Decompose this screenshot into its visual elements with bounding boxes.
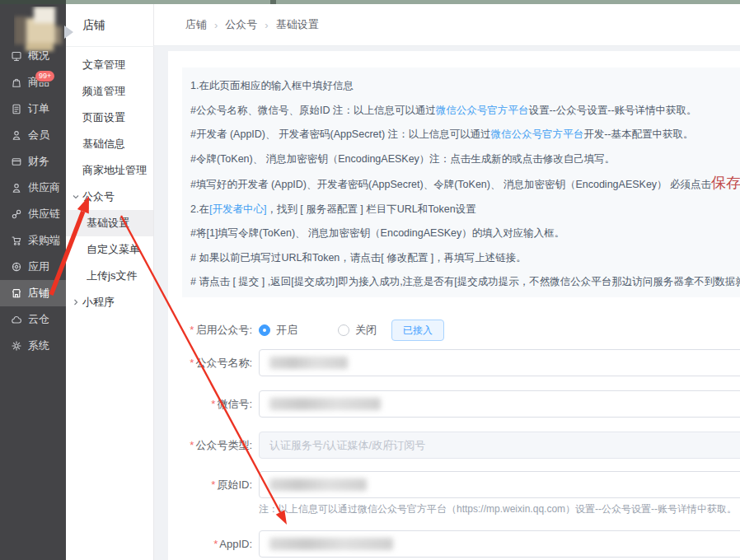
- divider: [66, 46, 154, 47]
- original-id-label: *原始ID:: [168, 471, 252, 498]
- required-asterisk: *: [190, 324, 194, 336]
- instruction-line: 1.在此页面相应的输入框中填好信息: [190, 74, 738, 99]
- menu-item-label: 小程序: [82, 295, 115, 310]
- menu-article-management[interactable]: 文章管理: [66, 52, 153, 78]
- account-type-placeholder: 认证服务号/认证媒体/政府订阅号: [269, 438, 425, 453]
- instruction-line: #填写好的开发者 (AppID)、开发者密码(AppSecret)、令牌(ToK…: [190, 171, 738, 198]
- menu-channel-management[interactable]: 频道管理: [66, 78, 153, 105]
- inline-link[interactable]: 微信公众号官方平台: [436, 105, 529, 116]
- sidebar-item-supply-chain[interactable]: 供应链: [0, 201, 66, 227]
- app-id-input[interactable]: [259, 530, 740, 558]
- window-top-strip: [0, 0, 740, 4]
- inline-link[interactable]: [开发者中心]: [209, 203, 266, 215]
- wechat-id-label: *微信号:: [168, 390, 252, 418]
- form-row-wechat-id: *微信号:: [168, 390, 740, 418]
- sidebar-item-procurement[interactable]: 采购端: [0, 227, 66, 254]
- menu-basic-settings[interactable]: 基础设置: [66, 210, 153, 236]
- sidebar-item-goods[interactable]: 商品99+: [0, 69, 66, 96]
- instruction-line: # 如果以前已填写过URL和Token，请点击[ 修改配置 ]，再填写上述链接。: [190, 246, 738, 271]
- breadcrumb: 店铺›公众号›基础设置: [154, 4, 740, 46]
- sidebar-item-label: 采购端: [28, 233, 60, 248]
- enable-label: *启用公众号:: [168, 320, 252, 341]
- sidebar-item-label: 云仓: [28, 312, 49, 327]
- original-id-input[interactable]: [259, 471, 740, 498]
- sidebar-item-store[interactable]: 店铺: [0, 280, 66, 306]
- main-area: 店铺›公众号›基础设置 1.在此页面相应的输入框中填好信息#公众号名称、微信号、…: [154, 4, 740, 560]
- orders-icon: [11, 103, 22, 114]
- instruction-line: #将[1]填写令牌(ToKen)、 消息加密密钥（EncodingAESKey）…: [190, 222, 738, 246]
- official-account-name-input[interactable]: [259, 349, 740, 376]
- instruction-text: #填写好的开发者 (AppID)、开发者密码(AppSecret)、令牌(ToK…: [190, 179, 711, 190]
- sidebar-item-label: 财务: [28, 154, 49, 169]
- goods-icon: [11, 77, 22, 88]
- menu-mini-program[interactable]: 小程序: [66, 289, 153, 315]
- radio-off[interactable]: 关闭: [338, 323, 377, 338]
- instruction-line: #开发者 (AppID)、 开发者密码(AppSecret) 注：以上信息可以通…: [190, 123, 738, 147]
- instruction-text: ，找到 [ 服务器配置 ] 栏目下URL和Token设置: [266, 203, 475, 215]
- menu-item-label: 自定义菜单: [87, 242, 140, 257]
- secondary-nav: 文章管理频道管理页面设置基础信息商家地址管理公众号基础设置自定义菜单上传js文件…: [66, 52, 153, 315]
- instruction-line: # 请点击 [ 提交 ] ,返回[提交成功]即为接入成功,注意是否有[提交成功提…: [190, 270, 738, 295]
- instruction-lines: 1.在此页面相应的输入框中填好信息#公众号名称、微信号、原始ID 注：以上信息可…: [190, 74, 738, 295]
- sidebar-item-label: 供应商: [28, 180, 60, 195]
- secondary-sidebar-title: 店铺: [82, 18, 105, 33]
- redacted-value: [269, 398, 381, 410]
- inline-link[interactable]: 微信公众号官方平台: [491, 128, 584, 140]
- sidebar-item-orders[interactable]: 订单: [0, 96, 66, 122]
- sidebar-item-overview[interactable]: 概况: [0, 43, 66, 69]
- sidebar-item-system[interactable]: 系统: [0, 333, 66, 359]
- menu-official-account[interactable]: 公众号: [66, 184, 153, 210]
- menu-item-label: 页面设置: [82, 110, 125, 125]
- form-row-account-type: *公众号类型: 认证服务号/认证媒体/政府订阅号: [168, 432, 740, 459]
- instruction-text: #公众号名称、微信号、原始ID 注：以上信息可以通过: [190, 105, 436, 116]
- sidebar-item-label: 概况: [28, 49, 49, 63]
- instruction-text: #将[1]填写令牌(ToKen)、 消息加密密钥（EncodingAESKey）…: [190, 227, 564, 239]
- sidebar-item-apps[interactable]: 应用: [0, 254, 66, 280]
- menu-item-label: 文章管理: [82, 58, 125, 72]
- wechat-id-input[interactable]: [259, 390, 740, 418]
- menu-upload-js[interactable]: 上传js文件: [66, 263, 153, 289]
- redacted-value: [269, 538, 393, 550]
- chevron-down-icon: [72, 193, 80, 201]
- redacted-value: [269, 478, 367, 491]
- sidebar-item-finance[interactable]: 财务: [0, 148, 66, 175]
- sidebar-item-label: 店铺: [28, 286, 49, 301]
- radio-on[interactable]: 开启: [259, 323, 297, 338]
- original-id-note: 注：以上信息可以通过微信公众号官方平台（https://mp.weixin.qq…: [259, 502, 737, 516]
- required-asterisk: *: [211, 398, 215, 410]
- sidebar-collapse-toggle[interactable]: [64, 26, 73, 39]
- menu-page-settings[interactable]: 页面设置: [66, 105, 153, 131]
- menu-basic-info[interactable]: 基础信息: [66, 131, 153, 157]
- enable-radio-group: 开启 关闭 已接入: [259, 320, 444, 341]
- chevron-right-icon: [72, 298, 80, 306]
- app-id-label: *AppID:: [168, 530, 252, 558]
- system-icon: [11, 340, 22, 352]
- supplier-icon: [11, 182, 22, 194]
- menu-merchant-address[interactable]: 商家地址管理: [66, 157, 153, 184]
- breadcrumb-item[interactable]: 店铺: [185, 17, 207, 32]
- save-highlight: 保存: [711, 175, 740, 191]
- breadcrumb-separator: ›: [265, 19, 268, 31]
- account-type-label: *公众号类型:: [168, 432, 252, 459]
- primary-sidebar: 概况商品99+订单会员财务供应商供应链采购端应用店铺云仓系统: [0, 4, 66, 560]
- sidebar-item-members[interactable]: 会员: [0, 122, 66, 148]
- radio-on-circle: [259, 324, 270, 336]
- primary-nav: 概况商品99+订单会员财务供应商供应链采购端应用店铺云仓系统: [0, 43, 66, 359]
- menu-item-label: 基础信息: [82, 137, 125, 152]
- redacted-value: [269, 357, 348, 369]
- instruction-text: # 如果以前已填写过URL和Token，请点击[ 修改配置 ]，再填写上述链接。: [190, 252, 527, 264]
- connected-status-button[interactable]: 已接入: [391, 320, 444, 341]
- menu-custom-menu[interactable]: 自定义菜单: [66, 236, 153, 263]
- required-asterisk: *: [190, 357, 194, 369]
- sidebar-item-supplier[interactable]: 供应商: [0, 175, 66, 201]
- radio-off-label: 关闭: [355, 323, 377, 338]
- instruction-line: 2.在[开发者中心]，找到 [ 服务器配置 ] 栏目下URL和Token设置: [190, 198, 738, 222]
- breadcrumb-item[interactable]: 基础设置: [276, 17, 319, 32]
- dashboard-icon: [11, 50, 22, 62]
- breadcrumb-item[interactable]: 公众号: [225, 17, 257, 32]
- instruction-line: #令牌(ToKen)、 消息加密密钥（EncodingAESKey）注：点击生成…: [190, 147, 738, 172]
- instruction-text: 开发--基本配置中获取。: [583, 128, 693, 140]
- instruction-line: #公众号名称、微信号、原始ID 注：以上信息可以通过微信公众号官方平台设置--公…: [190, 99, 738, 124]
- sidebar-item-cloud-warehouse[interactable]: 云仓: [0, 306, 66, 333]
- required-asterisk: *: [190, 439, 194, 451]
